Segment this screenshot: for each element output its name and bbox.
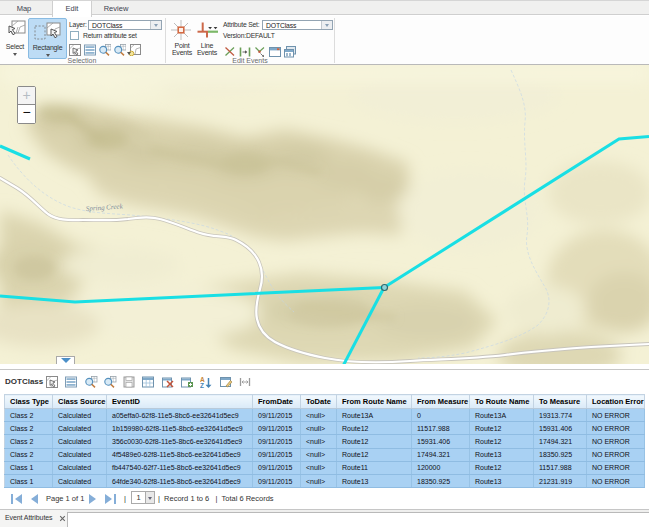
svg-text:Z: Z [200,382,204,389]
